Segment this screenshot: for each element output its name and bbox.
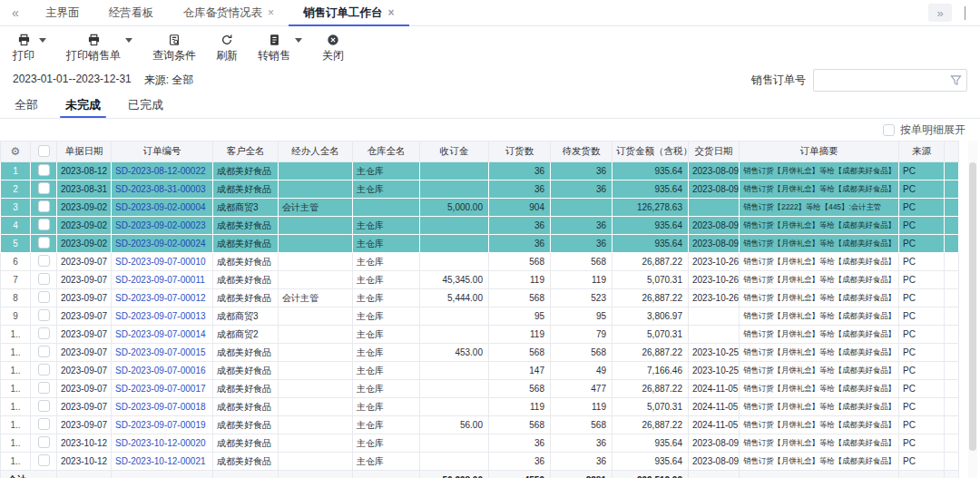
row-checkbox[interactable] [38, 382, 50, 394]
expand-by-detail-checkbox[interactable] [883, 124, 895, 136]
vertical-scrollbar[interactable] [968, 141, 977, 478]
dropdown-caret-icon[interactable] [125, 38, 132, 43]
cell-summary: 销售订货【月饼礼盒】等给【成都美好食品】： [740, 453, 899, 471]
dropdown-caret-icon[interactable] [295, 38, 302, 43]
toolbar-button-0[interactable]: 打印 [13, 33, 46, 63]
order-no-link[interactable]: SD-2023-10-12-00021 [115, 456, 206, 466]
row-checkbox[interactable] [38, 418, 50, 430]
row-checkbox[interactable] [38, 291, 50, 303]
dropdown-caret-icon[interactable] [39, 38, 46, 43]
collapse-tabs-icon[interactable]: « [0, 0, 31, 25]
table-row[interactable]: 1..2023-10-12SD-2023-10-12-00020成都美好食品主仓… [1, 434, 959, 453]
cell-source: PC [899, 199, 945, 217]
column-header-6[interactable]: 订货数 [489, 141, 551, 162]
row-checkbox[interactable] [38, 182, 50, 194]
order-no-link[interactable]: SD-2023-09-07-00019 [115, 420, 206, 430]
column-header-3[interactable]: 经办人全名 [279, 141, 353, 162]
expand-tabs-icon[interactable]: » [928, 4, 952, 22]
order-no-link[interactable]: SD-2023-09-07-00017 [115, 384, 206, 394]
order-no-input[interactable] [813, 69, 967, 92]
order-no-link[interactable]: SD-2023-09-07-00016 [115, 366, 206, 376]
tab-close-icon[interactable]: × [268, 7, 274, 18]
order-no-link[interactable]: SD-2023-09-02-00004 [115, 202, 206, 212]
row-checkbox[interactable] [38, 454, 50, 466]
cell-filler [945, 398, 959, 416]
table-row[interactable]: 1..2023-09-07SD-2023-09-07-00016成都美好食品主仓… [1, 362, 959, 380]
order-no-link[interactable]: SD-2023-09-07-00012 [115, 293, 206, 303]
table-row[interactable]: 22023-08-31SD-2023-08-31-00003成都美好食品主仓库3… [1, 180, 959, 199]
toolbar-button-3[interactable]: 刷新 [216, 33, 238, 63]
status-tab-2[interactable]: 已完成 [128, 97, 163, 118]
table-row[interactable]: 72023-09-07SD-2023-09-07-00011成都美好食品主仓库4… [1, 271, 959, 289]
order-no-link[interactable]: SD-2023-09-02-00023 [115, 220, 206, 230]
table-row[interactable]: 52023-09-02SD-2023-09-02-00024成都美好食品主仓库3… [1, 235, 959, 253]
column-header-2[interactable]: 客户全名 [213, 141, 279, 162]
order-no-link[interactable]: SD-2023-08-12-00022 [115, 166, 206, 176]
order-no-link[interactable]: SD-2023-09-07-00011 [115, 275, 205, 285]
row-checkbox[interactable] [38, 237, 50, 249]
table-row[interactable]: 32023-09-02SD-2023-09-02-00004成都商贸3会计主管5… [1, 199, 959, 217]
cell-order_qty: 568 [489, 253, 551, 271]
tab-3[interactable]: 销售订单工作台× [289, 0, 409, 25]
tab-close-icon[interactable]: × [388, 7, 395, 18]
column-header-8[interactable]: 订货金额（含税） [612, 141, 689, 162]
tab-0[interactable]: 主界面 [31, 0, 94, 25]
order-no-link[interactable]: SD-2023-09-07-00014 [115, 329, 206, 339]
status-tab-0[interactable]: 全部 [15, 97, 38, 118]
column-header-11[interactable]: 来源 [899, 141, 945, 162]
order-no-link[interactable]: SD-2023-09-02-00024 [115, 239, 206, 249]
column-header-5[interactable]: 收订金 [420, 141, 489, 162]
cell-pending_qty: 568 [551, 416, 612, 434]
select-all-checkbox[interactable] [38, 145, 50, 157]
toolbar-button-2[interactable]: 查询条件 [152, 33, 196, 63]
column-header-10[interactable]: 订单摘要 [740, 141, 899, 162]
cell-pending_qty: 477 [551, 380, 612, 398]
order-no-link[interactable]: SD-2023-09-07-00015 [115, 347, 206, 357]
row-number: 8 [1, 289, 31, 307]
cell-customer: 成都美好食品 [213, 162, 279, 180]
table-row[interactable]: 12023-08-12SD-2023-08-12-00022成都美好食品主仓库3… [1, 162, 959, 180]
table-row[interactable]: 1..2023-09-07SD-2023-09-07-00017成都美好食品主仓… [1, 380, 959, 398]
order-no-link[interactable]: SD-2023-09-07-00010 [115, 257, 206, 267]
column-header-4[interactable]: 仓库全名 [353, 141, 420, 162]
row-checkbox[interactable] [38, 327, 50, 339]
scrollbar-thumb[interactable] [969, 162, 976, 451]
table-row[interactable]: 62023-09-07SD-2023-09-07-00010成都美好食品主仓库5… [1, 253, 959, 271]
row-checkbox[interactable] [38, 200, 50, 212]
column-header-0[interactable]: 单据日期 [57, 141, 112, 162]
table-row[interactable]: 92023-09-07SD-2023-09-07-00013成都商贸3主仓库95… [1, 307, 959, 326]
row-checkbox[interactable] [38, 219, 50, 230]
order-no-link[interactable]: SD-2023-08-31-00003 [115, 184, 206, 194]
order-no-link[interactable]: SD-2023-09-07-00013 [115, 311, 206, 321]
column-header-1[interactable]: 订单编号 [112, 141, 213, 162]
table-row[interactable]: 82023-09-07SD-2023-09-07-00012成都美好食品会计主管… [1, 289, 959, 307]
toolbar-button-5[interactable]: 关闭 [322, 33, 344, 63]
row-checkbox[interactable] [38, 164, 50, 176]
row-checkbox[interactable] [38, 309, 50, 321]
column-header-7[interactable]: 待发货数 [551, 141, 612, 162]
toolbar-button-4[interactable]: 转销售 [258, 33, 302, 63]
column-header-9[interactable]: 交货日期 [689, 141, 740, 162]
table-row[interactable]: 1..2023-09-07SD-2023-09-07-00014成都商贸2主仓库… [1, 326, 959, 344]
cell-date: 2023-09-02 [57, 217, 112, 235]
table-row[interactable]: 1..2023-10-12SD-2023-10-12-00021成都美好食品主仓… [1, 453, 959, 471]
toolbar-button-1[interactable]: 打印销售单 [66, 33, 132, 63]
column-settings-button[interactable]: ⚙ [1, 141, 31, 162]
row-checkbox[interactable] [38, 400, 50, 412]
row-checkbox[interactable] [38, 273, 50, 285]
table-row[interactable]: 1..2023-09-07SD-2023-09-07-00015成都美好食品主仓… [1, 344, 959, 362]
filter-funnel-icon[interactable] [950, 74, 962, 86]
order-no-link[interactable]: SD-2023-10-12-00020 [115, 438, 206, 448]
table-row[interactable]: 42023-09-02SD-2023-09-02-00023成都美好食品主仓库3… [1, 217, 959, 235]
table-row[interactable]: 1..2023-09-07SD-2023-09-07-00018成都美好食品主仓… [1, 398, 959, 416]
row-checkbox[interactable] [38, 364, 50, 376]
tab-menu-icon[interactable] [965, 6, 965, 19]
row-checkbox[interactable] [38, 436, 50, 448]
row-checkbox[interactable] [38, 346, 50, 357]
order-no-link[interactable]: SD-2023-09-07-00018 [115, 402, 206, 412]
table-row[interactable]: 1..2023-09-07SD-2023-09-07-00019成都美好食品主仓… [1, 416, 959, 434]
status-tab-1[interactable]: 未完成 [65, 97, 101, 118]
tab-2[interactable]: 仓库备货情况表× [169, 0, 289, 25]
row-checkbox[interactable] [38, 255, 50, 267]
tab-1[interactable]: 经营看板 [94, 0, 169, 25]
